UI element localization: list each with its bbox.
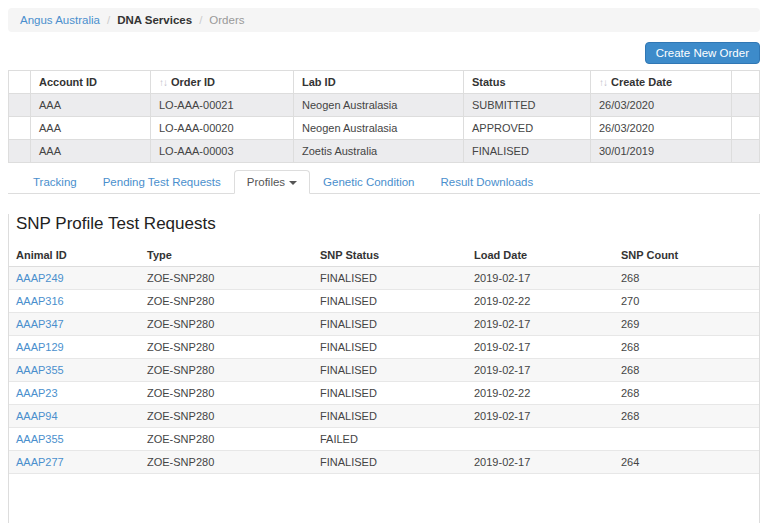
snp-cell: ZOE-SNP280 bbox=[140, 405, 313, 428]
snp-cell: ZOE-SNP280 bbox=[140, 382, 313, 405]
snp-cell bbox=[467, 428, 614, 451]
page: Angus Australia/DNA Services/Orders Crea… bbox=[0, 0, 768, 523]
tab-link[interactable]: Profiles bbox=[234, 170, 310, 194]
toolbar: Create New Order bbox=[8, 42, 760, 64]
snp-cell: 2019-02-17 bbox=[467, 451, 614, 474]
snp-cell-animal: AAAP249 bbox=[9, 267, 140, 290]
profiles-tab-panel: SNP Profile Test Requests Animal IDTypeS… bbox=[8, 214, 760, 523]
snp-row: AAAP277ZOE-SNP280FINALISED2019-02-17264 bbox=[9, 451, 759, 474]
snp-row: AAAP355ZOE-SNP280FAILED bbox=[9, 428, 759, 451]
snp-cell: FINALISED bbox=[313, 405, 467, 428]
animal-link[interactable]: AAAP355 bbox=[16, 433, 64, 445]
orders-column-header-empty bbox=[9, 71, 31, 94]
dropdown-caret-icon bbox=[289, 181, 297, 185]
snp-cell: 268 bbox=[614, 359, 759, 382]
snp-cell: ZOE-SNP280 bbox=[140, 359, 313, 382]
orders-table-body: AAALO-AAA-00021Neogen AustralasiaSUBMITT… bbox=[9, 94, 760, 163]
create-new-order-button[interactable]: Create New Order bbox=[645, 42, 760, 64]
orders-table: Account ID↑↓Order IDLab IDStatus↑↓Create… bbox=[8, 70, 760, 163]
snp-cell: ZOE-SNP280 bbox=[140, 336, 313, 359]
snp-cell: ZOE-SNP280 bbox=[140, 290, 313, 313]
snp-column-header: SNP Count bbox=[614, 244, 759, 267]
breadcrumb-item-orders: Orders bbox=[209, 14, 244, 26]
order-row: AAALO-AAA-00021Neogen AustralasiaSUBMITT… bbox=[9, 94, 760, 117]
order-cell bbox=[732, 117, 760, 140]
tab-genetic-condition: Genetic Condition bbox=[310, 170, 427, 194]
tab-tracking: Tracking bbox=[20, 170, 90, 194]
orders-column-header[interactable]: ↑↓Order ID bbox=[151, 71, 294, 94]
order-cell: LO-AAA-00021 bbox=[151, 94, 294, 117]
snp-cell: 2019-02-17 bbox=[467, 313, 614, 336]
snp-cell: 2019-02-22 bbox=[467, 290, 614, 313]
snp-cell: 2019-02-22 bbox=[467, 382, 614, 405]
snp-cell: ZOE-SNP280 bbox=[140, 451, 313, 474]
orders-column-header: Account ID bbox=[31, 71, 151, 94]
animal-link[interactable]: AAAP277 bbox=[16, 456, 64, 468]
order-cell: FINALISED bbox=[464, 140, 591, 163]
snp-section-title: SNP Profile Test Requests bbox=[16, 214, 759, 234]
snp-cell: FINALISED bbox=[313, 313, 467, 336]
orders-table-header: Account ID↑↓Order IDLab IDStatus↑↓Create… bbox=[9, 71, 760, 94]
snp-table: Animal IDTypeSNP StatusLoad DateSNP Coun… bbox=[9, 244, 759, 474]
snp-cell: 269 bbox=[614, 313, 759, 336]
tab-link[interactable]: Genetic Condition bbox=[310, 170, 427, 194]
snp-cell-animal: AAAP355 bbox=[9, 359, 140, 382]
order-cell: Neogen Australasia bbox=[294, 94, 464, 117]
snp-cell: 2019-02-17 bbox=[467, 405, 614, 428]
snp-row: AAAP355ZOE-SNP280FINALISED2019-02-17268 bbox=[9, 359, 759, 382]
snp-cell: FINALISED bbox=[313, 290, 467, 313]
snp-cell-animal: AAAP94 bbox=[9, 405, 140, 428]
tab-link[interactable]: Pending Test Requests bbox=[90, 170, 234, 194]
orders-column-header[interactable]: ↑↓Create Date bbox=[591, 71, 732, 94]
tab-link[interactable]: Tracking bbox=[20, 170, 90, 194]
snp-cell: 268 bbox=[614, 382, 759, 405]
order-cell: APPROVED bbox=[464, 117, 591, 140]
animal-link[interactable]: AAAP355 bbox=[16, 364, 64, 376]
breadcrumb-item-dna-services: DNA Services bbox=[117, 14, 192, 26]
snp-cell-animal: AAAP23 bbox=[9, 382, 140, 405]
animal-link[interactable]: AAAP249 bbox=[16, 272, 64, 284]
snp-cell: ZOE-SNP280 bbox=[140, 313, 313, 336]
order-cell bbox=[9, 117, 31, 140]
animal-link[interactable]: AAAP347 bbox=[16, 318, 64, 330]
order-cell: 26/03/2020 bbox=[591, 117, 732, 140]
snp-cell: FINALISED bbox=[313, 451, 467, 474]
snp-cell: 268 bbox=[614, 336, 759, 359]
snp-table-header: Animal IDTypeSNP StatusLoad DateSNP Coun… bbox=[9, 244, 759, 267]
snp-cell-animal: AAAP355 bbox=[9, 428, 140, 451]
animal-link[interactable]: AAAP316 bbox=[16, 295, 64, 307]
order-cell bbox=[732, 94, 760, 117]
animal-link[interactable]: AAAP23 bbox=[16, 387, 58, 399]
snp-column-header: Type bbox=[140, 244, 313, 267]
snp-cell: FINALISED bbox=[313, 267, 467, 290]
snp-column-header: SNP Status bbox=[313, 244, 467, 267]
order-cell bbox=[732, 140, 760, 163]
order-cell: Zoetis Australia bbox=[294, 140, 464, 163]
snp-cell: 270 bbox=[614, 290, 759, 313]
breadcrumb: Angus Australia/DNA Services/Orders bbox=[8, 8, 760, 32]
order-cell: AAA bbox=[31, 140, 151, 163]
orders-column-header: Status bbox=[464, 71, 591, 94]
animal-link[interactable]: AAAP94 bbox=[16, 410, 58, 422]
order-row: AAALO-AAA-00020Neogen AustralasiaAPPROVE… bbox=[9, 117, 760, 140]
snp-cell: FAILED bbox=[313, 428, 467, 451]
tab-result-downloads: Result Downloads bbox=[428, 170, 547, 194]
snp-cell: FINALISED bbox=[313, 382, 467, 405]
snp-cell: FINALISED bbox=[313, 359, 467, 382]
snp-cell: 264 bbox=[614, 451, 759, 474]
breadcrumb-item-angus-australia[interactable]: Angus Australia bbox=[20, 14, 100, 26]
tab-pending-test-requests: Pending Test Requests bbox=[90, 170, 234, 194]
animal-link[interactable]: AAAP129 bbox=[16, 341, 64, 353]
orders-column-header-empty bbox=[732, 71, 760, 94]
order-cell: LO-AAA-00020 bbox=[151, 117, 294, 140]
sort-icon: ↑↓ bbox=[599, 77, 607, 88]
tab-link[interactable]: Result Downloads bbox=[428, 170, 547, 194]
snp-cell-animal: AAAP129 bbox=[9, 336, 140, 359]
tab-profiles: Profiles bbox=[234, 170, 310, 194]
breadcrumb-separator: / bbox=[107, 14, 110, 26]
order-row: AAALO-AAA-00003Zoetis AustraliaFINALISED… bbox=[9, 140, 760, 163]
order-cell bbox=[9, 140, 31, 163]
snp-row: AAAP249ZOE-SNP280FINALISED2019-02-17268 bbox=[9, 267, 759, 290]
snp-table-body: AAAP249ZOE-SNP280FINALISED2019-02-17268A… bbox=[9, 267, 759, 474]
snp-row: AAAP129ZOE-SNP280FINALISED2019-02-17268 bbox=[9, 336, 759, 359]
